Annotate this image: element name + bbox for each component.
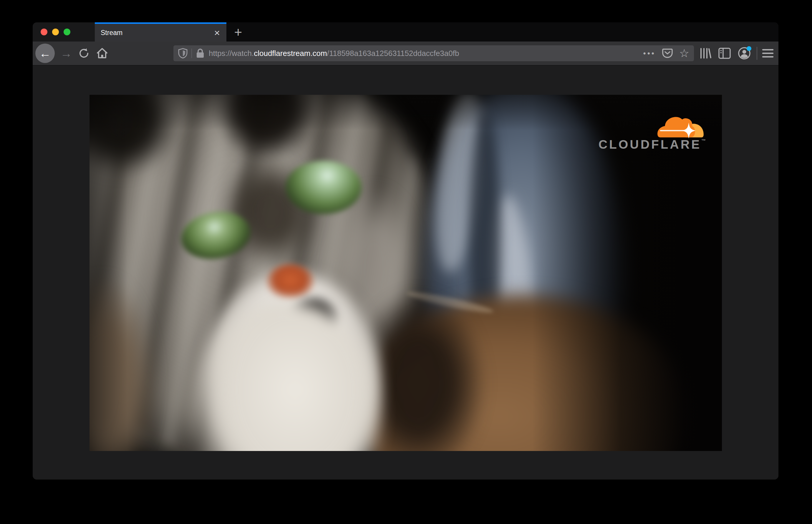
- tab-stream[interactable]: Stream ×: [95, 22, 226, 42]
- traffic-light-minimize-button[interactable]: [52, 29, 59, 35]
- account-button[interactable]: [736, 45, 752, 62]
- menu-button[interactable]: [760, 45, 776, 62]
- tracking-protection-shield-icon[interactable]: [178, 48, 188, 59]
- page-content: CLOUDFLARE™: [33, 65, 778, 479]
- sidebar-icon: [718, 48, 731, 59]
- tab-title: Stream: [101, 29, 213, 37]
- toolbar-right-group: [694, 45, 776, 62]
- navigation-toolbar: ← →: [33, 42, 778, 65]
- plus-icon: +: [234, 24, 242, 40]
- cloudflare-cloud-icon: [656, 109, 706, 138]
- video-player[interactable]: CLOUDFLARE™: [90, 95, 722, 451]
- back-button[interactable]: ←: [35, 44, 55, 63]
- library-button[interactable]: [697, 45, 714, 62]
- url-scheme: https://watch.: [209, 49, 254, 58]
- tab-bar: Stream × +: [33, 22, 778, 42]
- toolbar-separator: [757, 47, 757, 60]
- forward-arrow-icon: →: [60, 47, 72, 60]
- browser-window: Stream × + ← →: [33, 22, 778, 479]
- library-icon: [699, 47, 712, 59]
- bookmark-star-button[interactable]: ☆: [679, 48, 689, 59]
- back-arrow-icon: ←: [39, 47, 51, 60]
- page-actions-button[interactable]: •••: [643, 49, 656, 57]
- forward-button[interactable]: →: [58, 45, 75, 62]
- traffic-light-zoom-button[interactable]: [64, 29, 70, 35]
- new-tab-button[interactable]: +: [226, 22, 250, 42]
- account-notification-dot: [747, 46, 751, 51]
- url-bar[interactable]: https://watch.cloudflarestream.com/11859…: [174, 45, 694, 61]
- lock-icon[interactable]: [196, 48, 205, 58]
- url-path: /118598a163a125631152ddaccfe3a0fb: [327, 49, 459, 58]
- cloudflare-wordmark: CLOUDFLARE™: [599, 138, 706, 151]
- home-icon: [96, 47, 108, 60]
- cloudflare-trademark: ™: [701, 138, 706, 143]
- macos-titlebar: [33, 22, 95, 42]
- reload-icon: [78, 47, 90, 59]
- url-bar-divider: [191, 49, 192, 58]
- hamburger-menu-icon: [762, 48, 774, 58]
- pocket-icon[interactable]: [662, 48, 673, 58]
- url-bar-actions: ••• ☆: [643, 48, 689, 59]
- cloudflare-logo: CLOUDFLARE™: [599, 109, 706, 151]
- reload-button[interactable]: [75, 45, 93, 62]
- home-button[interactable]: [93, 45, 111, 62]
- url-domain: cloudflarestream.com: [254, 49, 327, 58]
- sidebar-button[interactable]: [716, 45, 733, 62]
- tab-close-icon[interactable]: ×: [213, 28, 221, 38]
- url-text[interactable]: https://watch.cloudflarestream.com/11859…: [209, 49, 640, 58]
- traffic-light-close-button[interactable]: [40, 29, 47, 35]
- cloudflare-wordmark-text: CLOUDFLARE: [599, 137, 701, 151]
